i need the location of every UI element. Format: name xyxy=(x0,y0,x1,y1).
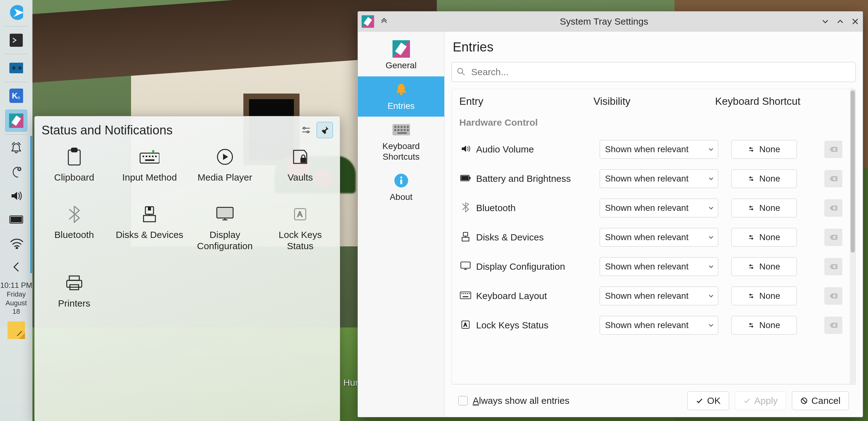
shortcut-button[interactable]: None xyxy=(731,228,797,247)
visibility-combo[interactable]: Shown when relevant xyxy=(600,316,718,335)
cancel-button[interactable]: Cancel xyxy=(792,391,849,410)
svg-point-14 xyxy=(303,127,305,129)
clear-shortcut-button[interactable] xyxy=(824,199,842,217)
svg-text:A: A xyxy=(464,322,467,327)
tray-item-lock-keys-status[interactable]: ALock Keys Status xyxy=(263,204,338,252)
svg-rect-68 xyxy=(461,262,470,268)
sidebar-item-general[interactable]: General xyxy=(358,36,444,76)
visibility-combo[interactable]: Shown when relevant xyxy=(600,140,718,159)
sidebar-item-about[interactable]: About xyxy=(358,167,444,208)
svg-rect-46 xyxy=(398,129,399,131)
clear-shortcut-button[interactable] xyxy=(824,317,842,334)
svg-point-63 xyxy=(752,208,753,210)
shortcut-button[interactable]: None xyxy=(731,257,797,276)
svg-rect-44 xyxy=(407,126,409,128)
svg-rect-43 xyxy=(404,126,406,128)
search-input[interactable] xyxy=(470,66,850,78)
svg-rect-35 xyxy=(69,276,79,280)
titlebar[interactable]: System Tray Settings xyxy=(358,11,863,32)
always-show-checkbox[interactable] xyxy=(458,396,468,406)
configure-button[interactable] xyxy=(298,122,314,138)
tray-item-display-configuration[interactable]: Display Configuration xyxy=(187,204,263,252)
visibility-combo[interactable]: Shown when relevant xyxy=(600,169,718,188)
tray-expand-icon[interactable] xyxy=(5,256,27,278)
tray-item-disks-devices[interactable]: Disks & Devices xyxy=(112,204,187,252)
search-icon xyxy=(457,67,466,77)
sidebar-item-entries[interactable]: Entries xyxy=(358,76,444,117)
svg-rect-50 xyxy=(398,132,407,134)
left-panel: Ke 10:11 PM Friday August 18 xyxy=(0,0,32,421)
shortcut-button[interactable]: None xyxy=(731,316,797,335)
visibility-combo[interactable]: Shown when relevant xyxy=(600,199,718,217)
visibility-combo[interactable]: Shown when relevant xyxy=(600,257,718,276)
svg-point-15 xyxy=(307,131,309,133)
app-launcher-icon[interactable] xyxy=(5,1,27,24)
titlebar-more-icon[interactable] xyxy=(378,15,390,28)
visibility-combo[interactable]: Shown when relevant xyxy=(600,228,718,247)
svg-rect-11 xyxy=(10,217,22,222)
entry-name: Audio Volume xyxy=(476,144,595,155)
network-tray-icon[interactable] xyxy=(5,232,27,255)
entry-icon xyxy=(459,175,472,183)
tray-item-vaults[interactable]: Vaults xyxy=(263,147,338,183)
svg-rect-20 xyxy=(143,156,144,157)
svg-point-60 xyxy=(750,177,751,178)
clear-shortcut-button[interactable] xyxy=(824,170,842,187)
svg-point-9 xyxy=(18,168,21,170)
scrollbar[interactable] xyxy=(850,89,856,384)
svg-rect-30 xyxy=(144,216,155,222)
tray-item-bluetooth[interactable]: Bluetooth xyxy=(36,204,112,252)
vaults-icon xyxy=(290,147,310,167)
shortcut-button[interactable]: None xyxy=(731,140,797,159)
svg-rect-47 xyxy=(401,129,402,131)
battery-tray-icon[interactable] xyxy=(5,208,27,231)
system-tray-settings-icon[interactable] xyxy=(5,109,27,132)
tray-item-label: Input Method xyxy=(122,172,177,183)
ok-button[interactable]: OK xyxy=(687,391,729,410)
cassette-icon[interactable] xyxy=(5,57,27,79)
entry-icon: A xyxy=(459,320,472,330)
tray-item-input-method[interactable]: Input Method xyxy=(112,147,187,183)
info-icon xyxy=(393,172,410,189)
svg-point-83 xyxy=(752,326,753,327)
entry-row: ALock Keys StatusShown when relevantNone xyxy=(452,311,850,340)
window-title: System Tray Settings xyxy=(390,16,818,27)
clear-shortcut-button[interactable] xyxy=(824,229,842,246)
visibility-combo[interactable]: Shown when relevant xyxy=(600,287,718,305)
clear-shortcut-button[interactable] xyxy=(824,287,842,305)
kate-editor-icon[interactable]: Ke xyxy=(5,85,27,107)
svg-rect-72 xyxy=(461,293,462,294)
shortcut-button[interactable]: None xyxy=(731,199,797,217)
terminal-icon[interactable] xyxy=(5,29,27,52)
svg-rect-76 xyxy=(469,293,470,294)
shortcut-button[interactable]: None xyxy=(731,169,797,188)
pin-button[interactable] xyxy=(317,122,333,138)
audio-tray-icon[interactable] xyxy=(5,185,27,207)
svg-point-66 xyxy=(750,235,751,237)
minimize-button[interactable] xyxy=(818,14,833,29)
sticky-note-icon[interactable] xyxy=(7,322,25,339)
svg-rect-75 xyxy=(467,293,468,294)
tray-item-label: Lock Keys Status xyxy=(279,229,322,252)
entry-name: Bluetooth xyxy=(476,203,595,213)
night-color-tray-icon[interactable] xyxy=(5,161,27,183)
search-field[interactable] xyxy=(452,62,856,82)
svg-rect-49 xyxy=(407,129,409,131)
tray-item-media-player[interactable]: Media Player xyxy=(187,147,263,183)
settings-content: Entries Entry Visibility Keyboard Shortc… xyxy=(444,32,863,417)
maximize-button[interactable] xyxy=(833,14,848,29)
clear-shortcut-button[interactable] xyxy=(824,258,842,276)
tray-item-printers[interactable]: Printers xyxy=(36,273,112,309)
panel-clock[interactable]: 10:11 PM Friday August 18 xyxy=(0,281,32,316)
svg-text:e: e xyxy=(18,95,20,100)
status-notifications-popup: Status and Notifications ClipboardInput … xyxy=(34,116,340,421)
clear-shortcut-button[interactable] xyxy=(824,141,842,158)
svg-rect-58 xyxy=(461,176,469,180)
sidebar-item-keyboard-shortcuts[interactable]: Keyboard Shortcuts xyxy=(358,117,444,167)
notifications-tray-icon[interactable] xyxy=(5,137,27,160)
clipboard-icon xyxy=(64,147,84,167)
shortcut-button[interactable]: None xyxy=(731,287,797,305)
tray-item-clipboard[interactable]: Clipboard xyxy=(36,147,112,183)
close-button[interactable] xyxy=(848,14,863,29)
clock-day: 18 xyxy=(0,307,32,316)
